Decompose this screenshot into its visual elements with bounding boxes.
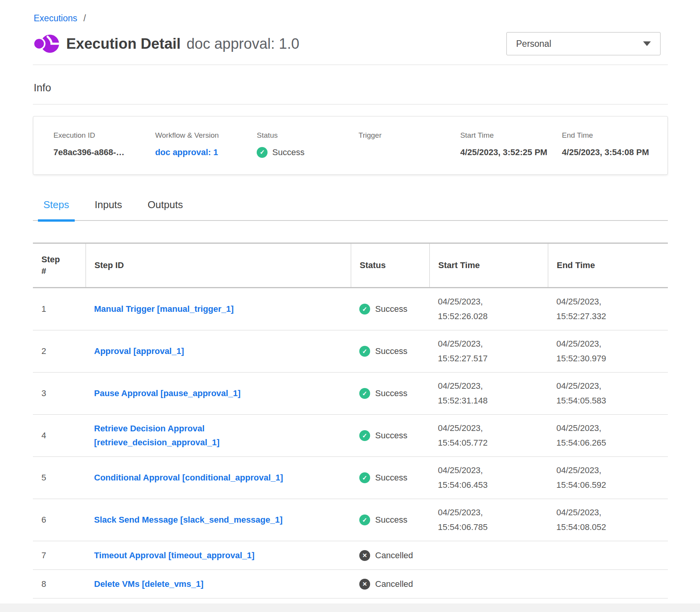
end-time-cell: 04/25/2023,15:54:08.052 bbox=[548, 499, 668, 541]
table-row: 1 Manual Trigger [manual_trigger_1] ✓ Su… bbox=[33, 288, 668, 330]
start-time-cell: 04/25/2023,15:54:06.453 bbox=[429, 457, 548, 499]
step-id-link[interactable]: Retrieve Decision Approval[retrieve_deci… bbox=[94, 424, 220, 447]
start-time-cell bbox=[429, 549, 548, 562]
column-header-status: Status bbox=[351, 244, 429, 287]
tab-inputs[interactable]: Inputs bbox=[89, 199, 128, 220]
table-row: 2 Approval [approval_1] ✓ Success 04/25/… bbox=[33, 330, 668, 373]
column-header-step-id: Step ID bbox=[86, 244, 351, 287]
status-cell: ✓ Success bbox=[351, 508, 429, 532]
start-time-cell: 04/25/2023,15:52:27.517 bbox=[429, 330, 548, 372]
info-label: Workflow & Version bbox=[155, 131, 246, 140]
status-label: Success bbox=[375, 304, 407, 314]
column-header-end-time: End Time bbox=[548, 244, 668, 287]
end-time-cell: 04/25/2023,15:54:06.592 bbox=[548, 457, 668, 499]
end-time-cell: 04/25/2023,15:52:27.332 bbox=[548, 288, 668, 330]
step-id-link[interactable]: Approval [approval_1] bbox=[94, 346, 184, 356]
breadcrumb-separator: / bbox=[84, 13, 86, 24]
status-cell: ✕ Cancelled bbox=[351, 544, 429, 567]
steps-table-header: Step # Step ID Status Start Time End Tim… bbox=[33, 243, 668, 288]
info-label: Execution ID bbox=[53, 131, 144, 140]
step-number: 2 bbox=[33, 340, 86, 362]
scope-dropdown[interactable]: Personal bbox=[506, 32, 661, 55]
detail-tabs: Steps Inputs Outputs bbox=[33, 199, 668, 221]
workflow-icon bbox=[34, 32, 59, 55]
execution-detail-page: Executions / Execution Detail doc approv… bbox=[0, 0, 700, 598]
column-header-start-time: Start Time bbox=[429, 244, 548, 287]
info-field-workflow: Workflow & Version doc approval: 1 bbox=[155, 131, 257, 159]
tab-steps[interactable]: Steps bbox=[38, 199, 75, 220]
info-label: End Time bbox=[562, 131, 653, 140]
column-header-step-num: Step # bbox=[33, 244, 86, 287]
status-label: Success bbox=[375, 346, 407, 356]
step-id-link[interactable]: Manual Trigger [manual_trigger_1] bbox=[94, 304, 234, 314]
status-label: Success bbox=[375, 515, 407, 525]
cancelled-icon: ✕ bbox=[359, 579, 370, 590]
status-label: Cancelled bbox=[375, 550, 413, 561]
status-cell: ✓ Success bbox=[351, 382, 429, 405]
status-label: Cancelled bbox=[375, 579, 413, 589]
title-row: Execution Detail doc approval: 1.0 Perso… bbox=[33, 32, 668, 55]
steps-table: Step # Step ID Status Start Time End Tim… bbox=[33, 243, 668, 598]
step-number: 7 bbox=[33, 544, 86, 567]
start-time-value: 4/25/2023, 3:52:25 PM bbox=[460, 146, 551, 159]
workflow-version-link[interactable]: doc approval: 1 bbox=[155, 147, 218, 157]
step-id-link[interactable]: Slack Send Message [slack_send_message_1… bbox=[94, 515, 283, 525]
info-card: Execution ID 7e8ac396-a868-… Workflow & … bbox=[33, 116, 668, 175]
page-title: Execution Detail bbox=[66, 36, 181, 52]
step-id-link[interactable]: Conditional Approval [conditional_approv… bbox=[94, 473, 283, 482]
success-icon: ✓ bbox=[359, 430, 370, 441]
steps-table-body: 1 Manual Trigger [manual_trigger_1] ✓ Su… bbox=[33, 288, 668, 598]
chevron-down-icon bbox=[643, 41, 651, 46]
info-field-start-time: Start Time 4/25/2023, 3:52:25 PM bbox=[460, 131, 562, 159]
status-cell: ✓ Success bbox=[351, 340, 429, 363]
step-number: 4 bbox=[33, 424, 86, 447]
cancelled-icon: ✕ bbox=[359, 550, 370, 561]
breadcrumb-executions-link[interactable]: Executions bbox=[34, 13, 77, 24]
info-divider bbox=[33, 104, 668, 104]
start-time-cell: 04/25/2023,15:54:06.785 bbox=[429, 499, 548, 541]
tab-outputs[interactable]: Outputs bbox=[142, 199, 188, 220]
page-subtitle: doc approval: 1.0 bbox=[187, 36, 300, 52]
step-id-link[interactable]: Pause Approval [pause_approval_1] bbox=[94, 388, 240, 398]
table-row: 4 Retrieve Decision Approval[retrieve_de… bbox=[33, 415, 668, 457]
info-label: Trigger bbox=[359, 131, 450, 140]
status-label: Success bbox=[375, 473, 407, 483]
success-icon: ✓ bbox=[257, 147, 268, 158]
info-label: Status bbox=[257, 131, 348, 140]
status-cell: ✓ Success bbox=[351, 466, 429, 489]
step-id-link[interactable]: Timeout Approval [timeout_approval_1] bbox=[94, 550, 254, 560]
step-number: 8 bbox=[33, 573, 86, 595]
scope-dropdown-value: Personal bbox=[516, 39, 551, 49]
success-icon: ✓ bbox=[359, 515, 370, 525]
table-row: 6 Slack Send Message [slack_send_message… bbox=[33, 499, 668, 541]
page-bottom-strip bbox=[0, 603, 700, 612]
info-section-heading: Info bbox=[34, 82, 668, 94]
step-number: 5 bbox=[33, 467, 86, 489]
end-time-cell bbox=[548, 578, 668, 590]
status-cell: ✓ Success bbox=[351, 424, 429, 447]
status-cell: ✕ Cancelled bbox=[351, 573, 429, 596]
success-icon: ✓ bbox=[359, 304, 370, 315]
table-row: 5 Conditional Approval [conditional_appr… bbox=[33, 457, 668, 499]
header-divider bbox=[33, 65, 668, 65]
end-time-cell: 04/25/2023,15:54:06.265 bbox=[548, 415, 668, 456]
status-label: Success bbox=[375, 388, 407, 398]
info-field-trigger: Trigger bbox=[359, 131, 460, 159]
end-time-value: 4/25/2023, 3:54:08 PM bbox=[562, 146, 653, 159]
start-time-cell bbox=[429, 578, 548, 590]
start-time-cell: 04/25/2023,15:54:05.772 bbox=[429, 415, 548, 456]
step-number: 6 bbox=[33, 509, 86, 531]
end-time-cell bbox=[548, 549, 668, 562]
execution-status-value: Success bbox=[272, 146, 304, 159]
status-label: Success bbox=[375, 431, 407, 441]
table-row: 8 Delete VMs [delete_vms_1] ✕ Cancelled bbox=[33, 570, 668, 598]
step-id-link[interactable]: Delete VMs [delete_vms_1] bbox=[94, 579, 203, 589]
info-field-status: Status ✓ Success bbox=[257, 131, 359, 159]
start-time-cell: 04/25/2023,15:52:26.028 bbox=[429, 288, 548, 330]
info-field-end-time: End Time 4/25/2023, 3:54:08 PM bbox=[562, 131, 664, 159]
success-icon: ✓ bbox=[359, 388, 370, 399]
table-row: 3 Pause Approval [pause_approval_1] ✓ Su… bbox=[33, 373, 668, 415]
table-row: 7 Timeout Approval [timeout_approval_1] … bbox=[33, 541, 668, 570]
info-field-execution-id: Execution ID 7e8ac396-a868-… bbox=[53, 131, 155, 159]
end-time-cell: 04/25/2023,15:54:05.583 bbox=[548, 373, 668, 414]
